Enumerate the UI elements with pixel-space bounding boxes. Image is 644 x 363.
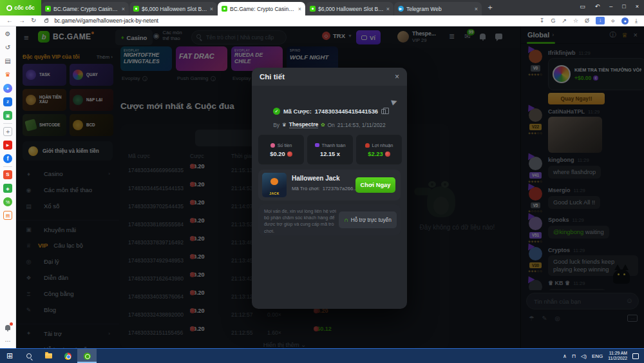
stat-value: $2.23 bbox=[368, 151, 383, 157]
tab-favicon bbox=[398, 6, 404, 12]
messenger-icon[interactable]: ✦ bbox=[3, 84, 12, 93]
keyboard-language[interactable]: ENG bbox=[592, 353, 603, 359]
live-support-button[interactable]: ∩ Hỗ trợ trực tuyến bbox=[339, 211, 397, 228]
coccoc-brand[interactable]: cốc cốc bbox=[0, 0, 41, 15]
shopee-icon[interactable]: S bbox=[3, 170, 12, 179]
address-bar-actions: ↧ G ↗ ☆ Ø ↓ ⟡ ● ⤓ bbox=[540, 17, 638, 25]
address-bar: ← → ↻ bc.game/vi/game/halloween-jack-by-… bbox=[0, 15, 644, 26]
browser-tab[interactable]: $6,000 Halloween Slot Battle × bbox=[306, 2, 393, 15]
bet-id-value: 1748303445415441536 bbox=[315, 108, 378, 115]
zalo-icon[interactable]: Z bbox=[3, 97, 12, 106]
trx-coin-icon bbox=[287, 152, 292, 157]
bet-details-modal: Chi tiết × ▶ ✓ Mã Cược: 1748303445415441… bbox=[252, 68, 407, 309]
add-icon[interactable]: ＋ bbox=[3, 127, 12, 136]
maximize-button[interactable]: □ bbox=[622, 3, 625, 10]
bet-stat-card: Thanh toán 12.15 x bbox=[307, 135, 353, 164]
adblock-shield-icon[interactable]: Ø bbox=[585, 17, 589, 24]
taskbar-search-icon[interactable] bbox=[19, 349, 39, 363]
translate-icon[interactable]: G bbox=[551, 17, 555, 24]
media-panel-icon[interactable]: ▭ bbox=[580, 3, 585, 10]
downloads-tray-icon[interactable]: ⤓ bbox=[635, 17, 638, 25]
cart-icon[interactable]: ▤ bbox=[3, 211, 12, 220]
new-tab-button[interactable]: ＋ bbox=[486, 2, 494, 13]
tophat-icon: ♛ bbox=[282, 122, 287, 128]
youtube-icon[interactable]: ▶ bbox=[3, 141, 12, 150]
tab-title: BC.Game: Crypto Casino Gan bbox=[230, 6, 296, 12]
facebook-icon[interactable]: f bbox=[3, 154, 12, 163]
hidden-icons-chevron[interactable]: ∧ bbox=[563, 353, 567, 359]
browser-tab[interactable]: BC.Game: Crypto Casino Gan × bbox=[41, 2, 129, 15]
bcgame-page: ≡ b BC.GAME ♦ Casino ◉ Các mônthể thao ◇… bbox=[16, 26, 644, 348]
tab-close-icon[interactable]: × bbox=[122, 6, 125, 12]
bell-icon[interactable] bbox=[3, 323, 12, 332]
stat-icon bbox=[365, 143, 370, 148]
stat-value: 12.15 x bbox=[320, 151, 340, 157]
reload-button[interactable]: ↻ bbox=[31, 17, 36, 24]
history-icon[interactable]: ↺ bbox=[3, 43, 12, 52]
coccoc-taskbar-icon[interactable] bbox=[77, 349, 97, 363]
bet-stats: Số tiền $0.20 Thanh toán 12.15 x Lợi nhu… bbox=[258, 135, 402, 164]
profile-avatar[interactable]: ● bbox=[621, 17, 629, 25]
tabs-strip: BC.Game: Crypto Casino Gan × $6,000 Hall… bbox=[41, 2, 482, 15]
support-text: Mọi vấn đề, xin vui lòng liên hệ với bộ … bbox=[264, 208, 339, 235]
reading-list-icon[interactable]: ▤ bbox=[3, 57, 12, 66]
modal-close-icon[interactable]: × bbox=[395, 72, 399, 81]
network-icon[interactable]: ⊓ bbox=[572, 353, 576, 359]
file-explorer-icon[interactable] bbox=[39, 349, 58, 363]
tab-favicon bbox=[310, 6, 316, 12]
bet-id-row: ✓ Mã Cược: 1748303445415441536 bbox=[252, 108, 407, 115]
frog-icon: ✿ bbox=[321, 122, 325, 128]
game-thumbnail[interactable]: JACK bbox=[262, 173, 287, 197]
trx-coin-icon bbox=[385, 152, 390, 157]
game-card: JACK Halloween Jack Mã Trò chơi: 17237b7… bbox=[258, 170, 401, 201]
coupon-icon[interactable]: % bbox=[3, 197, 12, 206]
close-button[interactable]: × bbox=[636, 3, 639, 10]
tab-close-icon[interactable]: × bbox=[298, 6, 301, 12]
download-button[interactable]: ↓ bbox=[596, 17, 605, 25]
tab-favicon bbox=[222, 6, 227, 12]
url-text[interactable]: bc.game/vi/game/halloween-jack-by-netent bbox=[54, 17, 158, 24]
tab-title: Telegram Web bbox=[406, 6, 472, 12]
browser-tab[interactable]: Telegram Web × bbox=[394, 2, 482, 15]
restore-session-icon[interactable]: ↶ bbox=[595, 3, 600, 10]
modal-header: Chi tiết × bbox=[252, 68, 407, 86]
forward-button[interactable]: → bbox=[19, 17, 25, 24]
bookmark-star-icon[interactable]: ☆ bbox=[573, 17, 578, 24]
games-icon[interactable]: ▣ bbox=[3, 111, 12, 120]
copy-bet-id-icon[interactable] bbox=[381, 109, 386, 114]
sidebar-divider bbox=[3, 166, 12, 167]
share-icon[interactable]: ↗ bbox=[562, 17, 567, 24]
play-now-button[interactable]: Chơi Ngay bbox=[355, 177, 395, 193]
hot-icon[interactable]: ♛ bbox=[3, 70, 12, 79]
tab-favicon bbox=[133, 6, 139, 12]
back-button[interactable]: ← bbox=[6, 17, 13, 24]
chrome-icon[interactable] bbox=[58, 349, 77, 363]
bet-author-row: By ♛ Thespectre ✿ On 21:14:53, 1/11/2022 bbox=[252, 121, 407, 128]
settings-icon[interactable]: ⚙ bbox=[3, 30, 12, 39]
volume-icon[interactable]: ◁) bbox=[581, 353, 587, 359]
tab-title: $6,000 Halloween Slot Battle bbox=[142, 6, 207, 12]
tab-close-icon[interactable]: × bbox=[386, 6, 390, 12]
start-button[interactable]: ⊞ bbox=[0, 349, 19, 363]
tab-title: $6,000 Halloween Slot Battle bbox=[318, 6, 384, 12]
save-page-icon[interactable]: ↧ bbox=[540, 17, 545, 24]
support-section: Mọi vấn đề, xin vui lòng liên hệ với bộ … bbox=[258, 204, 401, 235]
window-controls: ▭ ↶ – □ × bbox=[580, 3, 639, 10]
tab-close-icon[interactable]: × bbox=[210, 6, 213, 12]
sidebar-divider bbox=[3, 123, 12, 124]
action-center-icon[interactable] bbox=[632, 353, 639, 359]
browser-tab[interactable]: BC.Game: Crypto Casino Gan × bbox=[218, 2, 305, 15]
tab-close-icon[interactable]: × bbox=[475, 6, 478, 12]
lock-icon[interactable] bbox=[44, 19, 48, 23]
apps-icon[interactable]: ◈ bbox=[3, 184, 12, 193]
minimize-button[interactable]: – bbox=[609, 3, 612, 10]
browser-tab[interactable]: $6,000 Halloween Slot Battle × bbox=[129, 2, 217, 15]
tab-title: BC.Game: Crypto Casino Gan bbox=[53, 6, 119, 12]
player-name-link[interactable]: Thespectre bbox=[289, 121, 318, 128]
stat-icon bbox=[270, 143, 275, 148]
extensions-icon[interactable]: ⟡ bbox=[611, 17, 615, 25]
clock[interactable]: 11:29 AM11/2/2022 bbox=[608, 351, 627, 361]
more-icon[interactable]: ⋯ bbox=[3, 337, 12, 346]
windows-taskbar: ⊞ ∧ ⊓ ◁) ENG 11:29 AM11/2/2022 bbox=[0, 348, 644, 363]
share-bet-icon[interactable]: ▶ bbox=[390, 97, 398, 106]
